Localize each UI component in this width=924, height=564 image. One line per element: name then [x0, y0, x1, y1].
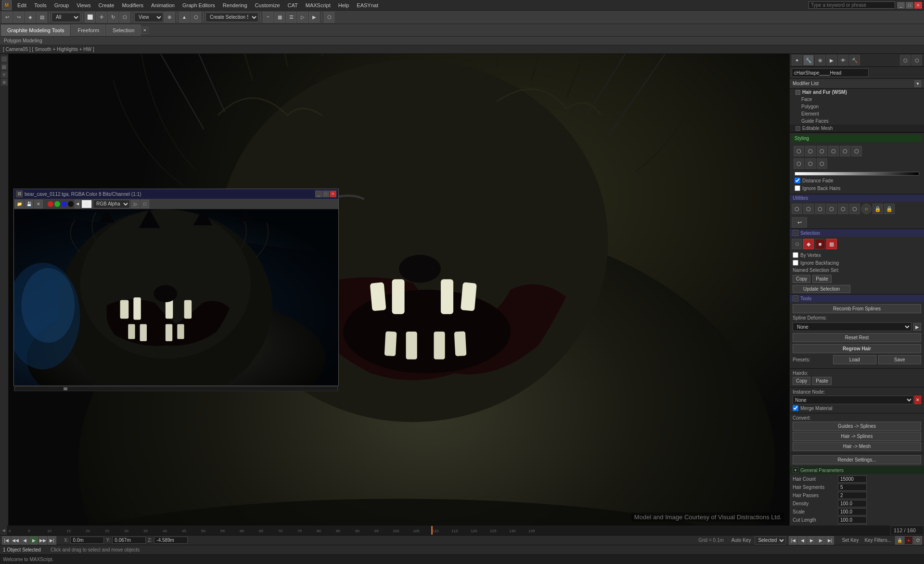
- float-scroll-thumb[interactable]: [64, 387, 67, 390]
- render-btn[interactable]: ▷: [297, 12, 308, 23]
- spline-none-dropdown[interactable]: None: [793, 322, 911, 331]
- menu-item-cat[interactable]: CAT: [284, 1, 302, 9]
- mod-hair-fur[interactable]: Hair and Fur (WSM): [790, 89, 924, 96]
- rpanel-icon1[interactable]: ⬡: [900, 55, 911, 65]
- play-back-btn[interactable]: ◀: [20, 536, 29, 545]
- gbar-tab-close[interactable]: ✕: [141, 27, 148, 34]
- float-tb-btn1[interactable]: ▷: [131, 200, 140, 208]
- create-icon[interactable]: ✦: [792, 55, 802, 65]
- menu-item-help[interactable]: Help: [334, 1, 353, 9]
- anim-btn-2[interactable]: ◀: [798, 536, 807, 545]
- hair-passes-input[interactable]: [838, 492, 867, 499]
- gen-params-header[interactable]: ▼ General Parameters: [790, 466, 924, 474]
- next-key-btn[interactable]: ▶▶: [38, 536, 47, 545]
- menu-item-edit[interactable]: Edit: [13, 1, 30, 9]
- mod-element[interactable]: Element: [790, 110, 924, 117]
- menu-item-create[interactable]: Create: [94, 1, 118, 9]
- float-titlebar[interactable]: 🖼 bear_cave_0112.tga, RGBA Color 8 Bits/…: [14, 189, 338, 199]
- mod-face[interactable]: Face: [790, 96, 924, 103]
- left-icon-3[interactable]: ≡: [1, 71, 8, 78]
- guides-to-splines-btn[interactable]: Guides -> Splines: [793, 422, 921, 431]
- rpanel-icon2[interactable]: ⬡: [911, 55, 922, 65]
- util-icon-lock2[interactable]: 🔒: [884, 204, 895, 214]
- scale-input[interactable]: [838, 508, 867, 515]
- ignore-backfacing-checkbox[interactable]: [793, 260, 798, 266]
- graphite-tab[interactable]: Graphite Modeling Tools: [1, 25, 70, 36]
- util-icon-lock1[interactable]: 🔒: [873, 204, 883, 214]
- style-icon-9[interactable]: ⬡: [817, 158, 827, 169]
- next-frame-btn[interactable]: ▶|: [48, 536, 56, 545]
- ignore-back-checkbox[interactable]: [795, 185, 800, 191]
- selection-collapse-btn[interactable]: −: [793, 230, 798, 236]
- left-icon-1[interactable]: ⬡: [1, 56, 8, 63]
- mod-guide-faces[interactable]: Guide Faces: [790, 117, 924, 125]
- select-name-btn[interactable]: ▤: [37, 12, 47, 23]
- anim-btn-1[interactable]: |◀: [789, 536, 797, 545]
- select-btn[interactable]: ◈: [25, 12, 36, 23]
- style-icon-8[interactable]: ⬡: [805, 158, 816, 169]
- redo-btn[interactable]: ↪: [13, 12, 24, 23]
- style-icon-7[interactable]: ⬡: [794, 158, 804, 169]
- undo-btn[interactable]: ↩: [2, 12, 13, 23]
- move-btn[interactable]: ✛: [96, 12, 107, 23]
- timeline-ruler[interactable]: 0 5 10 15 20 25 30 35 40 45 50 55 60 65 …: [8, 526, 890, 535]
- util-icon-3[interactable]: ⬡: [815, 204, 825, 214]
- menu-item-easynat[interactable]: EASYnat: [353, 1, 382, 9]
- channel-left-btn[interactable]: ◀: [75, 200, 80, 208]
- update-sel-btn[interactable]: Update Selection: [793, 285, 850, 293]
- util-icon-arc[interactable]: ↩: [792, 217, 807, 228]
- instance-node-clear-btn[interactable]: ✕: [914, 396, 921, 404]
- anim-btn-5[interactable]: ▶|: [825, 536, 834, 545]
- sel-icon-1[interactable]: ⬡: [792, 239, 802, 249]
- hair-segments-input[interactable]: [838, 484, 867, 491]
- sel-icon-2[interactable]: ◆: [803, 239, 814, 249]
- util-icon-circle[interactable]: ○: [861, 204, 872, 214]
- anim-btn-4[interactable]: ▶: [816, 536, 825, 545]
- modify-icon[interactable]: 🔧: [803, 55, 814, 65]
- instance-node-dropdown[interactable]: None: [793, 396, 913, 404]
- material-editor-btn[interactable]: ⬡: [324, 12, 334, 23]
- by-vertex-checkbox[interactable]: [793, 252, 798, 258]
- float-maximize-btn[interactable]: □: [322, 191, 329, 197]
- dope-sheet-btn[interactable]: ▦: [274, 12, 285, 23]
- menu-item-customize[interactable]: Customize: [251, 1, 284, 9]
- mod-editable-mesh[interactable]: Editable Mesh: [790, 125, 924, 132]
- search-input[interactable]: [808, 1, 895, 9]
- recomb-btn[interactable]: Recomb From Splines: [793, 304, 921, 313]
- style-icon-4[interactable]: ⬡: [828, 146, 839, 156]
- maximize-button[interactable]: □: [906, 2, 913, 9]
- hair-to-splines-btn[interactable]: Hair -> Splines: [793, 432, 921, 441]
- create-sel-dropdown[interactable]: Create Selection S: [205, 13, 258, 22]
- menu-item-views[interactable]: Views: [73, 1, 94, 9]
- channel-red-dot[interactable]: [48, 201, 53, 207]
- util-icon-1[interactable]: ⬡: [792, 204, 802, 214]
- sel-copy-btn[interactable]: Copy: [793, 275, 810, 283]
- render-setup-btn[interactable]: ☰: [286, 12, 296, 23]
- hair-to-mesh-btn[interactable]: Hair -> Mesh: [793, 442, 921, 451]
- select3d-btn[interactable]: ▲: [179, 12, 190, 23]
- channel-dropdown[interactable]: RGB Alpha: [93, 200, 130, 208]
- sel-icon-4[interactable]: ▩: [826, 239, 837, 249]
- motion-icon[interactable]: ▶: [826, 55, 837, 65]
- rotate-btn[interactable]: ↻: [108, 12, 118, 23]
- style-icon-1[interactable]: ⬡: [794, 146, 804, 156]
- util-icon-5[interactable]: ⬡: [838, 204, 848, 214]
- menu-item-modifiers[interactable]: Modifiers: [118, 1, 147, 9]
- display-icon[interactable]: 👁: [838, 55, 848, 65]
- selection-tab[interactable]: Selection: [106, 25, 141, 36]
- cut-length-input[interactable]: [838, 516, 867, 524]
- prev-frame-btn[interactable]: |◀: [2, 536, 11, 545]
- play-btn[interactable]: ▶: [29, 536, 38, 545]
- scale-btn[interactable]: ⬡: [119, 12, 130, 23]
- load-btn[interactable]: Load: [833, 355, 876, 364]
- float-tb-save[interactable]: 💾: [25, 200, 33, 208]
- filter-dropdown[interactable]: All: [51, 13, 80, 22]
- util-icon-6[interactable]: ⬡: [849, 204, 860, 214]
- distance-fade-checkbox[interactable]: [795, 178, 800, 183]
- style-icon-3[interactable]: ⬡: [817, 146, 827, 156]
- merge-material-checkbox[interactable]: [793, 405, 798, 411]
- menu-item-group[interactable]: Group: [51, 1, 73, 9]
- use-center-btn[interactable]: ⊕: [164, 12, 175, 23]
- menu-item-tools[interactable]: Tools: [30, 1, 51, 9]
- mod-polygon[interactable]: Polygon: [790, 103, 924, 110]
